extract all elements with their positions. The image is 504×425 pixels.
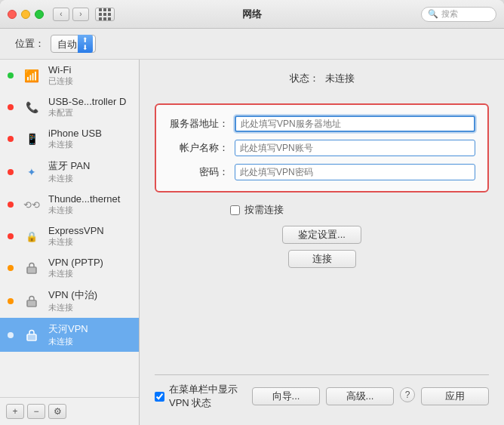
sidebar-item-status: 未连接 bbox=[48, 336, 131, 347]
sidebar-item-vpn-pptp[interactable]: VPN (PPTP) 未连接 bbox=[0, 252, 139, 284]
bottom-bar: 在菜单栏中显示 VPN 状态 向导... 高级... ? 应用 bbox=[155, 374, 489, 413]
vpn-lock-icon bbox=[21, 261, 42, 275]
sidebar-controls: + − ⚙ bbox=[0, 397, 139, 425]
search-icon: 🔍 bbox=[428, 9, 438, 19]
sidebar-item-name: ExpressVPN bbox=[48, 225, 131, 236]
minimize-button[interactable] bbox=[21, 10, 30, 19]
status-value: 未连接 bbox=[325, 72, 355, 85]
bottom-action-buttons: 向导... 高级... ? 应用 bbox=[252, 387, 489, 405]
account-input[interactable] bbox=[235, 140, 475, 156]
vpn-lock3-icon bbox=[21, 328, 42, 342]
on-demand-checkbox[interactable] bbox=[230, 205, 240, 215]
sidebar-item-status: 未连接 bbox=[48, 173, 131, 184]
sidebar-item-name: Wi-Fi bbox=[48, 64, 131, 75]
status-dot-bt bbox=[8, 169, 14, 175]
server-row: 服务器地址： bbox=[168, 115, 475, 132]
location-select-wrapper: 自动 ⬆⬇ bbox=[51, 35, 96, 53]
wifi-icon: 📶 bbox=[21, 69, 42, 83]
sidebar-item-status: 未连接 bbox=[48, 268, 131, 279]
on-demand-row: 按需连接 bbox=[230, 203, 489, 217]
main-content: 📶 Wi-Fi 已连接 📞 USB-Se...troller D 未配置 📱 bbox=[0, 60, 504, 425]
search-placeholder: 搜索 bbox=[441, 8, 458, 20]
help-button[interactable]: ? bbox=[400, 387, 415, 402]
export-button[interactable]: 向导... bbox=[252, 387, 320, 405]
sidebar-item-tianhe[interactable]: 天河VPN 未连接 bbox=[0, 318, 139, 352]
auth-settings-button[interactable]: 鉴定设置... bbox=[282, 226, 361, 244]
status-dot-wifi bbox=[8, 72, 14, 79]
window-title: 网络 bbox=[242, 8, 262, 21]
server-input[interactable] bbox=[235, 115, 475, 132]
close-button[interactable] bbox=[8, 10, 17, 19]
show-in-menu-checkbox[interactable] bbox=[155, 392, 164, 402]
titlebar: ‹ › 网络 🔍 搜索 bbox=[0, 0, 504, 29]
location-bar: 位置： 自动 ⬆⬇ bbox=[0, 29, 504, 60]
location-select[interactable]: 自动 bbox=[51, 35, 96, 53]
sidebar-item-expressvpn[interactable]: 🔒 ExpressVPN 未连接 bbox=[0, 220, 139, 252]
password-row: 密码： bbox=[168, 164, 475, 180]
vpn-lock2-icon bbox=[21, 294, 42, 308]
sidebar-item-status: 未连接 bbox=[48, 302, 131, 313]
sidebar-item-wifi[interactable]: 📶 Wi-Fi 已连接 bbox=[0, 60, 139, 91]
sidebar-item-thunderbolt[interactable]: ⟲⟲ Thunde...thernet 未连接 bbox=[0, 189, 139, 220]
sidebar-item-status: 未连接 bbox=[48, 205, 131, 216]
status-label: 状态： bbox=[290, 72, 319, 85]
iphone-icon: 📱 bbox=[21, 133, 42, 145]
vpn-form: 服务器地址： 帐户名称： 密码： bbox=[155, 103, 489, 192]
apply-button[interactable]: 应用 bbox=[421, 387, 489, 405]
grid-button[interactable] bbox=[95, 8, 115, 21]
bluetooth-icon: ✦ bbox=[21, 166, 42, 178]
sidebar-item-name: USB-Se...troller D bbox=[48, 96, 131, 107]
location-label: 位置： bbox=[15, 37, 45, 51]
lock-icon: 🔒 bbox=[21, 231, 42, 242]
status-dot-evpn bbox=[8, 233, 14, 239]
sidebar-item-status: 已连接 bbox=[48, 75, 131, 87]
status-dot-thunder bbox=[8, 202, 14, 208]
sidebar-item-iphone-usb[interactable]: 📱 iPhone USB 未连接 bbox=[0, 123, 139, 155]
status-dot-usb bbox=[8, 104, 14, 110]
nav-buttons: ‹ › bbox=[53, 8, 89, 21]
advanced-button[interactable]: 高级... bbox=[326, 387, 394, 405]
server-label: 服务器地址： bbox=[168, 117, 229, 131]
main-window: ‹ › 网络 🔍 搜索 位置： 自动 ⬆⬇ bbox=[0, 0, 504, 425]
connect-button[interactable]: 连接 bbox=[288, 250, 356, 268]
on-demand-label: 按需连接 bbox=[244, 203, 284, 217]
sidebar-item-vpn-zhongzhi[interactable]: VPN (中治) 未连接 bbox=[0, 284, 139, 318]
sidebar-item-name: VPN (PPTP) bbox=[48, 257, 131, 268]
back-button[interactable]: ‹ bbox=[53, 8, 69, 21]
account-row: 帐户名称： bbox=[168, 140, 475, 156]
forward-button[interactable]: › bbox=[72, 8, 89, 21]
search-bar[interactable]: 🔍 搜索 bbox=[421, 7, 496, 22]
thunderbolt-icon: ⟲⟲ bbox=[21, 199, 42, 211]
show-in-menu-row: 在菜单栏中显示 VPN 状态 bbox=[155, 383, 246, 410]
sidebar-item-name: VPN (中治) bbox=[48, 288, 131, 302]
status-dot-tianhe bbox=[8, 332, 14, 338]
sidebar-item-status: 未配置 bbox=[48, 107, 131, 119]
traffic-lights bbox=[8, 10, 44, 19]
right-panel: 状态： 未连接 服务器地址： 帐户名称： 密码： bbox=[140, 60, 504, 425]
maximize-button[interactable] bbox=[35, 10, 44, 19]
phone-icon: 📞 bbox=[21, 101, 42, 113]
action-buttons: 鉴定设置... 连接 bbox=[155, 226, 489, 268]
show-in-menu-label: 在菜单栏中显示 VPN 状态 bbox=[169, 383, 246, 410]
sidebar-item-bluetooth[interactable]: ✦ 蓝牙 PAN 未连接 bbox=[0, 155, 139, 189]
account-label: 帐户名称： bbox=[168, 141, 229, 155]
gear-button[interactable]: ⚙ bbox=[48, 404, 66, 419]
status-row: 状态： 未连接 bbox=[155, 72, 489, 85]
password-label: 密码： bbox=[168, 165, 229, 179]
sidebar-item-name: iPhone USB bbox=[48, 128, 131, 139]
status-dot-iphone bbox=[8, 136, 14, 142]
sidebar-item-usb-controller[interactable]: 📞 USB-Se...troller D 未配置 bbox=[0, 91, 139, 123]
remove-connection-button[interactable]: − bbox=[27, 404, 45, 419]
sidebar-item-name: Thunde...thernet bbox=[48, 193, 131, 205]
sidebar-item-name: 蓝牙 PAN bbox=[48, 159, 131, 173]
status-dot-pptp bbox=[8, 265, 14, 271]
sidebar-item-status: 未连接 bbox=[48, 139, 131, 150]
password-input[interactable] bbox=[235, 164, 475, 180]
status-dot-zhongzhi bbox=[8, 298, 14, 304]
sidebar: 📶 Wi-Fi 已连接 📞 USB-Se...troller D 未配置 📱 bbox=[0, 60, 140, 425]
sidebar-item-name: 天河VPN bbox=[48, 322, 131, 336]
add-connection-button[interactable]: + bbox=[6, 404, 24, 419]
sidebar-item-status: 未连接 bbox=[48, 236, 131, 248]
